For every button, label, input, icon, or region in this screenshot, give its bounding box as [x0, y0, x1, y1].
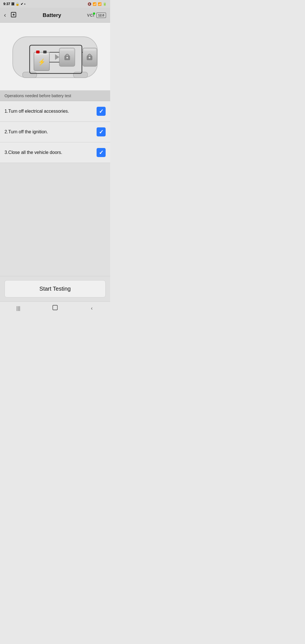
start-testing-button[interactable]: Start Testing: [5, 280, 106, 297]
checklist: 1.Turn off electrical accessories. ✓ 2.T…: [0, 101, 110, 163]
checklist-item-1-text: 1.Turn off electrical accessories.: [5, 109, 97, 114]
svg-rect-18: [84, 49, 96, 50]
svg-rect-6: [36, 51, 40, 53]
svg-point-17: [89, 57, 90, 58]
page-title: Battery: [17, 12, 87, 18]
svg-rect-22: [53, 305, 58, 310]
home-icon: [52, 304, 58, 312]
svg-text:⚡: ⚡: [38, 58, 46, 66]
section-header: Operations needed before battery test: [0, 91, 110, 101]
status-bar: 9:37 🖼 🔒 ✔ • 🔇 📶 📶 🔋: [0, 0, 110, 8]
check-mark-2: ✓: [99, 129, 104, 135]
battery-level-value: 12.0: [98, 14, 104, 17]
car-diagram: ⚡: [0, 23, 110, 91]
back-nav-button[interactable]: ‹: [83, 303, 100, 314]
battery-level-box: 12.0: [96, 12, 106, 18]
svg-rect-7: [43, 51, 47, 53]
start-button-container: Start Testing: [0, 276, 110, 301]
checklist-item-3-text: 3.Close all the vehicle doors.: [5, 150, 97, 155]
mute-icon: 🔇: [88, 2, 91, 6]
recents-icon: |||: [16, 305, 20, 311]
status-left: 9:37 🖼 🔒 ✔ •: [3, 2, 25, 6]
checklist-item-3: 3.Close all the vehicle doors. ✓: [0, 142, 110, 163]
empty-area: [0, 163, 110, 276]
status-time: 9:37: [3, 2, 10, 6]
recents-button[interactable]: |||: [10, 303, 27, 314]
header-left: ‹: [4, 12, 17, 19]
car-svg: ⚡: [7, 28, 103, 85]
section-header-text: Operations needed before battery test: [5, 93, 71, 98]
navigation-bar: ||| ‹: [0, 301, 110, 315]
lock-icon: 🔒: [16, 2, 19, 6]
check-mark-3: ✓: [99, 150, 104, 155]
checkbox-1[interactable]: ✓: [97, 107, 106, 116]
vci-badge: VCI: [87, 13, 94, 18]
checkbox-3[interactable]: ✓: [97, 148, 106, 157]
battery-status-icon: 🔋: [103, 2, 107, 6]
checklist-item-1: 1.Turn off electrical accessories. ✓: [0, 101, 110, 122]
svg-rect-9: [35, 54, 48, 55]
dot-icon: •: [24, 2, 25, 6]
main-content: ⚡: [0, 23, 110, 276]
check-mark-1: ✓: [99, 108, 104, 114]
checklist-item-2: 2.Turn off the ignition. ✓: [0, 122, 110, 142]
back-nav-icon: ‹: [91, 305, 93, 311]
wifi-icon: 📶: [93, 2, 97, 6]
status-right: 🔇 📶 📶 🔋: [88, 2, 107, 6]
vci-connected-dot: [93, 12, 95, 15]
checklist-item-2-text: 2.Turn off the ignition.: [5, 129, 97, 134]
signal-icon: 📶: [98, 2, 102, 6]
svg-rect-3: [73, 72, 88, 78]
photo-icon: 🖼: [11, 2, 14, 6]
header: ‹ Battery VCI 12.0: [0, 8, 110, 23]
svg-point-13: [66, 57, 68, 58]
checkbox-2[interactable]: ✓: [97, 127, 106, 136]
back-button[interactable]: ‹: [4, 12, 6, 18]
check-icon: ✔: [21, 2, 23, 6]
export-button[interactable]: [10, 12, 17, 19]
header-right: VCI 12.0: [87, 12, 106, 18]
svg-rect-14: [60, 49, 73, 50]
home-button[interactable]: [47, 303, 64, 314]
